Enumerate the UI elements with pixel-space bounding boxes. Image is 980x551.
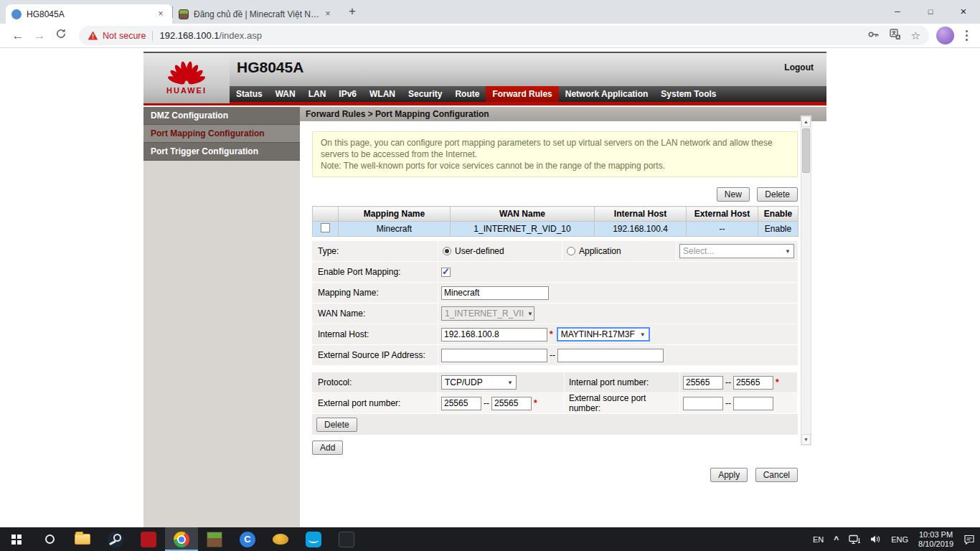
search-button[interactable] — [33, 527, 66, 551]
close-tab-icon[interactable]: × — [322, 9, 334, 20]
col-wan-name: WAN Name — [451, 207, 595, 222]
nav-tab-lan[interactable]: LAN — [302, 86, 333, 102]
cancel-button[interactable]: Cancel — [755, 468, 798, 482]
start-button[interactable] — [0, 527, 33, 551]
hidden-icons-chevron[interactable]: ^ — [829, 527, 844, 551]
delete-port-row-button[interactable]: Delete — [316, 418, 357, 432]
volume-tray-button[interactable] — [865, 527, 886, 551]
user-defined-radio[interactable] — [443, 247, 451, 255]
row-checkbox[interactable] — [321, 223, 330, 232]
back-button[interactable]: ← — [7, 29, 29, 43]
bookmark-star-icon[interactable]: ☆ — [911, 30, 920, 41]
internal-port-end-input[interactable] — [733, 376, 773, 390]
external-source-port-end-input[interactable] — [733, 397, 773, 410]
scroll-down-icon[interactable]: ▼ — [801, 434, 811, 445]
mapping-table: Mapping Name WAN Name Internal Host Exte… — [312, 206, 798, 237]
address-bar[interactable]: Not secure 192.168.100.1/index.asp ☆ — [79, 26, 929, 45]
url-host: 192.168.100.1 — [159, 30, 219, 41]
window-minimize-button[interactable]: ─ — [881, 0, 914, 23]
network-tray-button[interactable] — [844, 527, 865, 551]
browser-menu-icon[interactable] — [960, 29, 973, 43]
sidebar-item-port-mapping[interactable]: Port Mapping Configuration — [143, 125, 300, 143]
nav-tab-network-application[interactable]: Network Application — [559, 86, 655, 102]
info-note-line2: Note: The well-known ports for voice ser… — [321, 160, 789, 171]
info-note-line1: On this page, you can configure port map… — [321, 137, 789, 160]
external-source-ip-end-input[interactable] — [557, 349, 664, 362]
taskbar-minecraft[interactable] — [198, 527, 231, 551]
nav-tab-forward-rules[interactable]: Forward Rules — [486, 86, 558, 102]
internal-port-label: Internal port number: — [565, 372, 679, 392]
application-select[interactable]: Select... ▼ — [679, 244, 794, 258]
new-tab-button[interactable]: + — [342, 2, 362, 22]
language-indicator[interactable]: EN — [808, 527, 829, 551]
nav-tab-ipv6[interactable]: IPv6 — [332, 86, 363, 102]
protocol-select[interactable]: TCP/UDP ▼ — [441, 375, 517, 390]
scrollbar-thumb[interactable] — [802, 128, 810, 173]
apply-button[interactable]: Apply — [710, 468, 748, 482]
content-scrollbar[interactable]: ▲ ▼ — [801, 116, 811, 446]
select-all-header — [313, 207, 339, 222]
wan-name-select[interactable]: 1_INTERNET_R_VII ▼ — [441, 306, 534, 321]
window-close-button[interactable]: × — [947, 0, 980, 23]
add-button[interactable]: Add — [312, 441, 343, 455]
ime-indicator[interactable]: ENG — [886, 527, 913, 551]
taskbar-red-game[interactable] — [132, 527, 165, 551]
application-radio[interactable] — [567, 247, 575, 255]
taskbar-chrome[interactable] — [165, 527, 198, 551]
minecraft-favicon-icon — [179, 9, 189, 19]
tab-router[interactable]: HG8045A × — [6, 4, 172, 24]
taskbar-dark-app[interactable] — [330, 527, 363, 551]
windows-taskbar: C EN ^ ENG 10:03 PM 8/10/2019 — [0, 527, 980, 551]
nav-tab-route[interactable]: Route — [448, 86, 486, 102]
url-path: /index.asp — [220, 30, 262, 41]
refresh-button[interactable] — [50, 28, 72, 43]
security-chip[interactable]: Not secure — [88, 31, 146, 41]
nav-underline — [143, 102, 826, 105]
internal-port-start-input[interactable] — [683, 376, 723, 390]
required-mark: * — [776, 377, 779, 387]
external-source-ip-start-input[interactable] — [441, 349, 547, 362]
internal-host-device-select[interactable]: MAYTINH-R17M3F ▼ — [557, 327, 650, 342]
new-button[interactable]: New — [717, 187, 750, 202]
external-port-end-input[interactable] — [491, 397, 532, 410]
external-source-port-start-input[interactable] — [683, 397, 723, 410]
scroll-up-icon[interactable]: ▲ — [801, 116, 811, 127]
tab-minecraft-forum[interactable]: Đăng chủ đề | Minecraft Việt Nam × — [173, 4, 339, 24]
nav-tab-status[interactable]: Status — [230, 86, 269, 102]
forward-button[interactable]: → — [29, 29, 50, 43]
nav-tab-security[interactable]: Security — [402, 86, 448, 102]
internal-host-input[interactable] — [441, 328, 547, 342]
sidebar-item-port-trigger[interactable]: Port Trigger Configuration — [143, 143, 300, 161]
enable-port-mapping-checkbox[interactable] — [441, 268, 451, 277]
nav-tab-wlan[interactable]: WLAN — [363, 86, 402, 102]
range-separator: -- — [484, 398, 489, 408]
password-key-icon[interactable] — [867, 29, 880, 42]
nav-tab-system-tools[interactable]: System Tools — [654, 86, 722, 102]
action-center-button[interactable] — [958, 527, 980, 551]
chevron-down-icon: ▼ — [640, 331, 646, 338]
delete-button[interactable]: Delete — [757, 187, 798, 202]
taskbar-coccoc[interactable]: C — [231, 527, 264, 551]
cell-enable: Enable — [758, 222, 798, 237]
external-port-label: External port number: — [312, 393, 438, 413]
tab-router-title: HG8045A — [27, 9, 155, 19]
taskbar-lamp-app[interactable] — [264, 527, 297, 551]
profile-avatar[interactable] — [936, 27, 954, 44]
mapping-name-input[interactable] — [441, 286, 549, 300]
taskbar-file-explorer[interactable] — [66, 527, 99, 551]
taskbar-steam[interactable] — [99, 527, 132, 551]
nav-tab-wan[interactable]: WAN — [269, 86, 302, 102]
range-separator: -- — [725, 377, 731, 387]
translate-icon[interactable] — [890, 29, 901, 42]
col-internal-host: Internal Host — [595, 207, 687, 222]
internal-host-label: Internal Host: — [312, 324, 438, 344]
router-model-title: HG8045A — [237, 59, 303, 76]
window-maximize-button[interactable]: □ — [914, 0, 947, 23]
logout-link[interactable]: Logout — [784, 62, 814, 72]
external-port-start-input[interactable] — [441, 397, 481, 410]
close-tab-icon[interactable]: × — [155, 9, 166, 20]
clock[interactable]: 10:03 PM 8/10/2019 — [913, 527, 958, 551]
taskbar-blue-app[interactable] — [297, 527, 330, 551]
clock-date: 8/10/2019 — [918, 540, 953, 549]
sidebar-item-dmz[interactable]: DMZ Configuration — [143, 107, 300, 125]
